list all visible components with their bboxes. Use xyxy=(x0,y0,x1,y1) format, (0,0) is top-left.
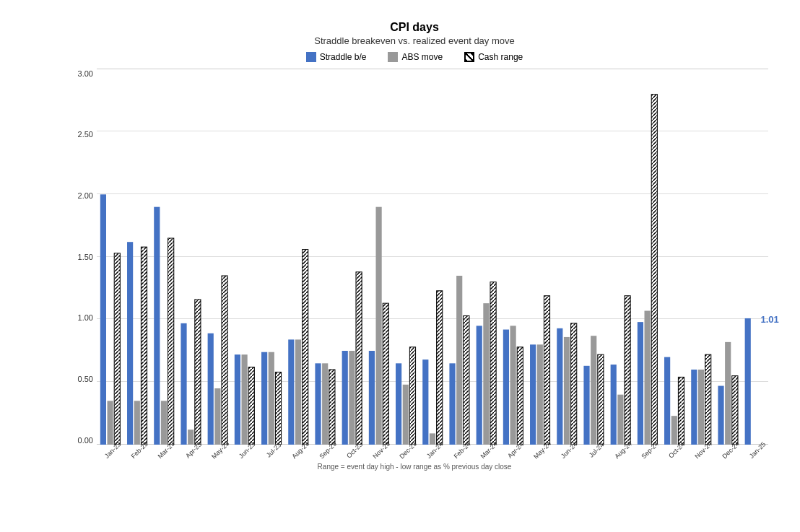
bar-abs-Oct-24 xyxy=(671,416,677,445)
bar-cash-Sep-23 xyxy=(329,370,335,445)
bar-abs-Jan-23 xyxy=(108,401,113,445)
bar-abs-Nov-24 xyxy=(698,370,704,445)
bar-straddle-May-23 xyxy=(208,333,214,444)
bar-cash-Apr-23 xyxy=(195,299,201,444)
y-label-100: 1.00 xyxy=(61,313,97,322)
x-labels: Jan-23Feb-23Mar-23Apr-23May-23Jun-23Jul-… xyxy=(97,445,768,459)
bar-cash-May-24 xyxy=(544,295,549,444)
bar-abs-May-24 xyxy=(537,344,543,445)
bar-cash-Oct-24 xyxy=(678,377,684,445)
bar-abs-Dec-23 xyxy=(403,384,409,444)
bar-abs-Dec-24 xyxy=(725,341,731,444)
bar-straddle-Oct-23 xyxy=(342,351,348,445)
bar-straddle-Jan-24 xyxy=(422,359,428,445)
bar-abs-Sep-24 xyxy=(645,310,651,444)
bar-straddle-Sep-23 xyxy=(315,363,321,445)
bar-abs-Jun-24 xyxy=(564,336,570,444)
bar-straddle-Aug-23 xyxy=(288,339,294,445)
bar-cash-May-23 xyxy=(222,276,227,445)
bar-straddle-Sep-24 xyxy=(638,322,643,445)
y-label-0: 0.00 xyxy=(61,436,97,445)
chart-container: CPI days Straddle breakeven vs. realized… xyxy=(17,14,783,519)
legend-cash-icon xyxy=(464,52,474,62)
bar-cash-Sep-24 xyxy=(651,94,657,444)
bar-cash-Aug-23 xyxy=(303,249,308,444)
y-label-150: 1.50 xyxy=(61,253,97,261)
y-label-200: 2.00 xyxy=(61,191,97,200)
bar-abs-Sep-23 xyxy=(322,363,328,445)
bar-straddle-Feb-24 xyxy=(449,363,455,445)
bar-cash-Oct-23 xyxy=(356,271,362,444)
bar-straddle-Mar-23 xyxy=(154,206,160,444)
bar-abs-Jul-23 xyxy=(269,352,274,444)
y-label-300: 3.00 xyxy=(61,69,97,78)
chart-legend: Straddle b/e ABS move Cash range xyxy=(61,52,768,62)
bar-abs-May-23 xyxy=(214,388,220,445)
chart-subtitle: Straddle breakeven vs. realized event da… xyxy=(61,35,768,46)
legend-straddle-label: Straddle b/e xyxy=(320,52,367,62)
bar-cash-Feb-23 xyxy=(141,247,147,445)
bar-abs-Apr-24 xyxy=(510,326,516,445)
bar-straddle-Apr-23 xyxy=(181,323,186,444)
legend-straddle-icon xyxy=(306,52,316,62)
legend-cash: Cash range xyxy=(464,52,523,62)
bar-straddle-Jun-23 xyxy=(235,354,240,445)
bar-straddle-Jan-25 xyxy=(745,318,751,444)
bar-straddle-Dec-24 xyxy=(718,385,723,444)
chart-title: CPI days xyxy=(61,21,768,34)
bar-abs-Jan-24 xyxy=(430,433,435,445)
legend-cash-label: Cash range xyxy=(478,52,523,62)
legend-abs: ABS move xyxy=(388,52,443,62)
bar-cash-Dec-23 xyxy=(409,346,415,444)
bar-straddle-Oct-24 xyxy=(664,357,670,444)
bar-straddle-Jun-24 xyxy=(557,328,562,444)
bar-cash-Nov-23 xyxy=(383,303,388,445)
bar-straddle-Nov-23 xyxy=(369,351,375,445)
bar-straddle-Jul-24 xyxy=(583,365,589,444)
bar-cash-Jan-24 xyxy=(437,290,443,444)
bar-cash-Feb-24 xyxy=(464,315,469,445)
bar-abs-Apr-23 xyxy=(188,429,194,445)
legend-abs-label: ABS move xyxy=(401,52,443,62)
bar-straddle-Mar-24 xyxy=(477,326,482,445)
bar-straddle-Jul-23 xyxy=(261,352,267,444)
bar-straddle-Feb-23 xyxy=(127,242,133,445)
bar-straddle-Jan-23 xyxy=(100,194,106,445)
y-label-050: 0.50 xyxy=(61,375,97,383)
bar-cash-Aug-24 xyxy=(625,295,630,444)
bar-abs-Feb-24 xyxy=(456,276,462,445)
bar-cash-Apr-24 xyxy=(517,346,523,444)
bar-straddle-Dec-23 xyxy=(396,363,401,445)
bar-abs-Mar-24 xyxy=(483,303,489,445)
bar-cash-Jul-24 xyxy=(598,354,604,445)
bar-abs-Feb-23 xyxy=(134,401,140,445)
bar-cash-Mar-24 xyxy=(490,282,496,444)
bar-abs-Jul-24 xyxy=(591,336,596,445)
bar-straddle-Aug-24 xyxy=(611,365,617,445)
chart-footnote: Range = event day high - low range as % … xyxy=(61,463,768,471)
last-value-label: 1.01 xyxy=(760,314,778,325)
bar-cash-Jun-23 xyxy=(248,367,254,444)
bar-cash-Nov-24 xyxy=(705,354,711,445)
y-label-250: 2.50 xyxy=(61,130,97,139)
bar-straddle-Apr-24 xyxy=(503,329,509,444)
bar-cash-Mar-23 xyxy=(168,238,174,445)
bar-abs-Nov-23 xyxy=(376,206,382,444)
bar-cash-Jan-23 xyxy=(114,253,120,444)
bar-abs-Mar-23 xyxy=(161,401,167,445)
bar-abs-Jun-23 xyxy=(242,354,248,445)
bar-straddle-May-24 xyxy=(530,344,536,445)
legend-straddle: Straddle b/e xyxy=(306,52,367,62)
bar-abs-Oct-23 xyxy=(349,351,355,445)
bar-abs-Aug-23 xyxy=(295,339,301,445)
bar-abs-Aug-24 xyxy=(617,394,623,444)
bars-svg xyxy=(97,69,768,445)
legend-abs-icon xyxy=(388,52,398,62)
bar-straddle-Nov-24 xyxy=(691,370,697,445)
bar-cash-Dec-24 xyxy=(732,375,738,444)
bar-cash-Jun-24 xyxy=(571,323,577,444)
bar-cash-Jul-23 xyxy=(275,372,281,445)
